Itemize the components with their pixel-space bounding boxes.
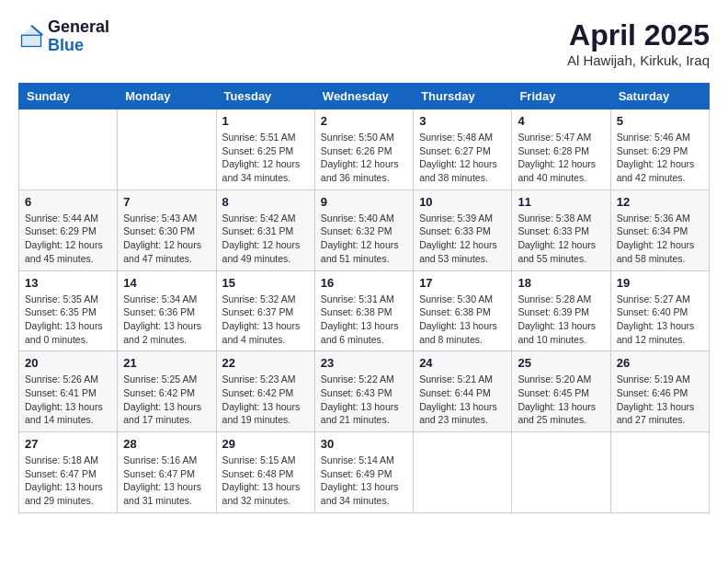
weekday-header: Wednesday bbox=[314, 84, 413, 109]
day-info: Sunrise: 5:48 AMSunset: 6:27 PMDaylight:… bbox=[419, 131, 506, 185]
day-info: Sunrise: 5:51 AMSunset: 6:25 PMDaylight:… bbox=[222, 131, 309, 185]
day-number: 11 bbox=[518, 195, 604, 209]
calendar-week-row: 1Sunrise: 5:51 AMSunset: 6:25 PMDaylight… bbox=[19, 109, 710, 190]
day-info: Sunrise: 5:47 AMSunset: 6:28 PMDaylight:… bbox=[518, 131, 604, 185]
weekday-header: Tuesday bbox=[216, 84, 314, 109]
calendar-cell bbox=[610, 432, 709, 513]
day-info: Sunrise: 5:35 AMSunset: 6:35 PMDaylight:… bbox=[25, 293, 111, 347]
day-info: Sunrise: 5:19 AMSunset: 6:46 PMDaylight:… bbox=[617, 373, 703, 427]
weekday-header: Sunday bbox=[19, 84, 118, 109]
calendar-cell: 8Sunrise: 5:42 AMSunset: 6:31 PMDaylight… bbox=[216, 190, 314, 270]
title-block: April 2025 Al Hawijah, Kirkuk, Iraq bbox=[567, 18, 710, 68]
day-info: Sunrise: 5:42 AMSunset: 6:31 PMDaylight:… bbox=[222, 212, 309, 266]
calendar-cell: 30Sunrise: 5:14 AMSunset: 6:49 PMDayligh… bbox=[314, 432, 413, 513]
day-number: 28 bbox=[123, 437, 210, 451]
day-info: Sunrise: 5:18 AMSunset: 6:47 PMDaylight:… bbox=[25, 454, 111, 508]
day-number: 27 bbox=[25, 437, 111, 451]
day-info: Sunrise: 5:21 AMSunset: 6:44 PMDaylight:… bbox=[419, 373, 506, 427]
calendar-cell: 3Sunrise: 5:48 AMSunset: 6:27 PMDaylight… bbox=[414, 109, 512, 190]
day-info: Sunrise: 5:23 AMSunset: 6:42 PMDaylight:… bbox=[222, 373, 309, 427]
day-number: 13 bbox=[25, 276, 111, 290]
day-number: 21 bbox=[123, 356, 210, 370]
calendar-cell: 6Sunrise: 5:44 AMSunset: 6:29 PMDaylight… bbox=[19, 190, 118, 270]
calendar-cell: 25Sunrise: 5:20 AMSunset: 6:45 PMDayligh… bbox=[512, 351, 610, 432]
calendar-cell bbox=[118, 109, 216, 190]
month-year: April 2025 bbox=[567, 18, 710, 52]
logo: General Blue bbox=[18, 18, 109, 55]
day-info: Sunrise: 5:15 AMSunset: 6:48 PMDaylight:… bbox=[222, 454, 309, 508]
day-number: 23 bbox=[321, 356, 407, 370]
day-info: Sunrise: 5:34 AMSunset: 6:36 PMDaylight:… bbox=[123, 293, 210, 347]
weekday-header: Monday bbox=[118, 84, 216, 109]
day-number: 15 bbox=[222, 276, 309, 290]
calendar-week-row: 20Sunrise: 5:26 AMSunset: 6:41 PMDayligh… bbox=[19, 351, 710, 432]
day-info: Sunrise: 5:22 AMSunset: 6:43 PMDaylight:… bbox=[321, 373, 407, 427]
calendar-table: SundayMondayTuesdayWednesdayThursdayFrid… bbox=[18, 83, 710, 513]
day-number: 10 bbox=[419, 195, 506, 209]
calendar-cell: 10Sunrise: 5:39 AMSunset: 6:33 PMDayligh… bbox=[414, 190, 512, 270]
day-info: Sunrise: 5:31 AMSunset: 6:38 PMDaylight:… bbox=[321, 293, 407, 347]
calendar-cell: 26Sunrise: 5:19 AMSunset: 6:46 PMDayligh… bbox=[610, 351, 709, 432]
calendar-cell bbox=[512, 432, 610, 513]
calendar-cell: 2Sunrise: 5:50 AMSunset: 6:26 PMDaylight… bbox=[314, 109, 413, 190]
day-info: Sunrise: 5:38 AMSunset: 6:33 PMDaylight:… bbox=[518, 212, 604, 266]
calendar-week-row: 6Sunrise: 5:44 AMSunset: 6:29 PMDaylight… bbox=[19, 190, 710, 270]
calendar-cell: 14Sunrise: 5:34 AMSunset: 6:36 PMDayligh… bbox=[118, 270, 216, 351]
calendar-cell: 9Sunrise: 5:40 AMSunset: 6:32 PMDaylight… bbox=[314, 190, 413, 270]
calendar-cell: 28Sunrise: 5:16 AMSunset: 6:47 PMDayligh… bbox=[118, 432, 216, 513]
calendar-week-row: 27Sunrise: 5:18 AMSunset: 6:47 PMDayligh… bbox=[19, 432, 710, 513]
calendar-cell: 22Sunrise: 5:23 AMSunset: 6:42 PMDayligh… bbox=[216, 351, 314, 432]
day-number: 4 bbox=[518, 114, 604, 128]
day-number: 30 bbox=[321, 437, 407, 451]
calendar-week-row: 13Sunrise: 5:35 AMSunset: 6:35 PMDayligh… bbox=[19, 270, 710, 351]
logo-text: General Blue bbox=[48, 18, 109, 55]
calendar-cell: 5Sunrise: 5:46 AMSunset: 6:29 PMDaylight… bbox=[610, 109, 709, 190]
day-number: 12 bbox=[617, 195, 703, 209]
calendar-cell: 1Sunrise: 5:51 AMSunset: 6:25 PMDaylight… bbox=[216, 109, 314, 190]
day-number: 8 bbox=[222, 195, 309, 209]
day-number: 29 bbox=[222, 437, 309, 451]
calendar-cell: 20Sunrise: 5:26 AMSunset: 6:41 PMDayligh… bbox=[19, 351, 118, 432]
calendar-cell: 11Sunrise: 5:38 AMSunset: 6:33 PMDayligh… bbox=[512, 190, 610, 270]
day-number: 24 bbox=[419, 356, 506, 370]
calendar-cell: 16Sunrise: 5:31 AMSunset: 6:38 PMDayligh… bbox=[314, 270, 413, 351]
calendar-cell: 29Sunrise: 5:15 AMSunset: 6:48 PMDayligh… bbox=[216, 432, 314, 513]
calendar-cell: 23Sunrise: 5:22 AMSunset: 6:43 PMDayligh… bbox=[314, 351, 413, 432]
weekday-header: Friday bbox=[512, 84, 610, 109]
day-info: Sunrise: 5:43 AMSunset: 6:30 PMDaylight:… bbox=[123, 212, 210, 266]
day-number: 17 bbox=[419, 276, 506, 290]
day-number: 9 bbox=[321, 195, 407, 209]
day-number: 5 bbox=[617, 114, 703, 128]
day-number: 25 bbox=[518, 356, 604, 370]
day-number: 7 bbox=[123, 195, 210, 209]
day-number: 19 bbox=[617, 276, 703, 290]
day-info: Sunrise: 5:39 AMSunset: 6:33 PMDaylight:… bbox=[419, 212, 506, 266]
weekday-header: Saturday bbox=[610, 84, 709, 109]
day-info: Sunrise: 5:44 AMSunset: 6:29 PMDaylight:… bbox=[25, 212, 111, 266]
calendar-cell: 19Sunrise: 5:27 AMSunset: 6:40 PMDayligh… bbox=[610, 270, 709, 351]
calendar-cell: 24Sunrise: 5:21 AMSunset: 6:44 PMDayligh… bbox=[414, 351, 512, 432]
day-info: Sunrise: 5:36 AMSunset: 6:34 PMDaylight:… bbox=[617, 212, 703, 266]
weekday-header: Thursday bbox=[414, 84, 512, 109]
day-number: 2 bbox=[321, 114, 407, 128]
day-number: 20 bbox=[25, 356, 111, 370]
day-info: Sunrise: 5:46 AMSunset: 6:29 PMDaylight:… bbox=[617, 131, 703, 185]
day-info: Sunrise: 5:26 AMSunset: 6:41 PMDaylight:… bbox=[25, 373, 111, 427]
day-number: 1 bbox=[222, 114, 309, 128]
calendar-cell bbox=[19, 109, 118, 190]
calendar-cell: 27Sunrise: 5:18 AMSunset: 6:47 PMDayligh… bbox=[19, 432, 118, 513]
day-number: 18 bbox=[518, 276, 604, 290]
day-info: Sunrise: 5:40 AMSunset: 6:32 PMDaylight:… bbox=[321, 212, 407, 266]
calendar-cell: 13Sunrise: 5:35 AMSunset: 6:35 PMDayligh… bbox=[19, 270, 118, 351]
day-number: 14 bbox=[123, 276, 210, 290]
day-info: Sunrise: 5:28 AMSunset: 6:39 PMDaylight:… bbox=[518, 293, 604, 347]
day-number: 6 bbox=[25, 195, 111, 209]
day-info: Sunrise: 5:25 AMSunset: 6:42 PMDaylight:… bbox=[123, 373, 210, 427]
day-number: 26 bbox=[617, 356, 703, 370]
calendar-cell: 12Sunrise: 5:36 AMSunset: 6:34 PMDayligh… bbox=[610, 190, 709, 270]
weekday-header-row: SundayMondayTuesdayWednesdayThursdayFrid… bbox=[19, 84, 710, 109]
calendar-cell: 4Sunrise: 5:47 AMSunset: 6:28 PMDaylight… bbox=[512, 109, 610, 190]
day-info: Sunrise: 5:27 AMSunset: 6:40 PMDaylight:… bbox=[617, 293, 703, 347]
calendar-cell: 17Sunrise: 5:30 AMSunset: 6:38 PMDayligh… bbox=[414, 270, 512, 351]
page-header: General Blue April 2025 Al Hawijah, Kirk… bbox=[18, 18, 710, 68]
